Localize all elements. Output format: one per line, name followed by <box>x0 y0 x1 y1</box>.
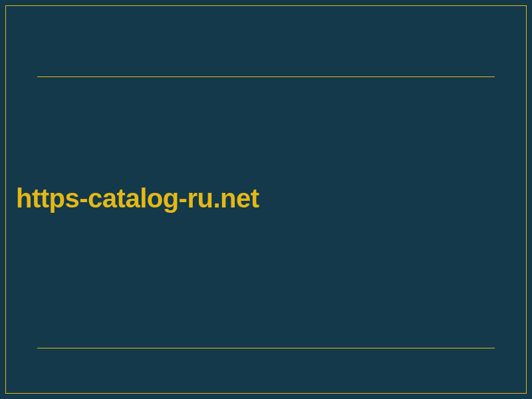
divider-top <box>37 76 495 77</box>
domain-name: https-catalog-ru.net <box>16 184 259 213</box>
divider-bottom <box>37 348 495 348</box>
